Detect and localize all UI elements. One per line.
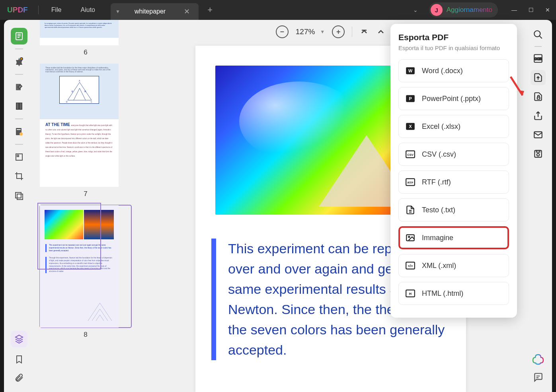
layers-button[interactable] <box>11 331 27 347</box>
protect-icon[interactable] <box>531 89 546 104</box>
text-icon <box>405 205 416 215</box>
svg-text:A: A <box>79 80 80 82</box>
svg-text:C: C <box>91 101 92 103</box>
maximize-icon[interactable]: ☐ <box>523 2 539 18</box>
export-csv[interactable]: CSV CSV (.csv) <box>398 143 509 166</box>
svg-rect-6 <box>17 129 21 130</box>
svg-rect-40 <box>536 150 540 152</box>
svg-rect-11 <box>17 194 23 200</box>
excel-icon: X <box>405 121 416 132</box>
divider <box>38 6 39 14</box>
svg-text:W: W <box>408 68 413 73</box>
menu-help[interactable]: Aiuto <box>71 6 105 14</box>
comment-panel-icon[interactable] <box>533 372 543 384</box>
minimize-icon[interactable]: — <box>506 2 523 18</box>
svg-text:</>: </> <box>408 264 413 268</box>
thumbnail-page-6[interactable]: la campagna per evitare la peste. Durant… <box>40 20 131 45</box>
svg-text:P: P <box>409 96 412 101</box>
save-icon[interactable] <box>531 146 546 161</box>
export-rtf[interactable]: RTF RTF (.rtf) <box>398 171 509 194</box>
user-update-button[interactable]: J Aggiornamento <box>429 2 498 17</box>
svg-point-33 <box>534 31 540 37</box>
thumb-num-6: 6 <box>40 49 131 56</box>
thumbnail-page-8[interactable]: This experiment can be repeated over and… <box>40 205 131 328</box>
right-toolbar: OCR <box>524 20 552 392</box>
svg-rect-3 <box>16 103 19 109</box>
export-text[interactable]: Testo (.txt) <box>398 198 509 221</box>
word-icon: W <box>405 66 416 76</box>
search-icon[interactable] <box>531 27 546 42</box>
svg-text:D: D <box>66 101 68 103</box>
chevron-down-icon[interactable]: ⌄ <box>413 7 418 13</box>
export-pdf-panel: Esporta PDF Esporta il tuo PDF in qualsi… <box>390 24 517 318</box>
svg-text:X: X <box>409 124 412 129</box>
svg-rect-10 <box>16 192 21 198</box>
svg-text:RTF: RTF <box>408 181 414 184</box>
email-icon[interactable] <box>531 127 546 142</box>
page-tool[interactable] <box>11 98 27 114</box>
export-html[interactable]: H HTML (.html) <box>398 282 509 305</box>
svg-point-1 <box>20 58 23 60</box>
export-word[interactable]: W Word (.docx) <box>398 59 509 82</box>
svg-rect-4 <box>20 103 22 109</box>
svg-text:M: M <box>84 90 86 93</box>
thumb-num-8: 8 <box>40 331 131 339</box>
menu-file[interactable]: File <box>42 6 71 14</box>
export-powerpoint[interactable]: P PowerPoint (.pptx) <box>398 87 509 110</box>
update-label: Aggiornamento <box>447 6 492 14</box>
comment-tool[interactable] <box>11 53 27 70</box>
left-toolbar <box>4 20 34 392</box>
fill-sign-tool[interactable] <box>11 123 27 140</box>
edit-tool[interactable] <box>11 79 27 95</box>
document-tab[interactable]: ▼ whitepaper ✕ <box>111 3 199 20</box>
svg-point-7 <box>20 132 23 136</box>
export-excel[interactable]: X Excel (.xlsx) <box>398 115 509 138</box>
zoom-out-button[interactable]: − <box>276 25 289 38</box>
powerpoint-icon: P <box>405 93 416 104</box>
zoom-value[interactable]: 127% <box>296 27 315 36</box>
app-logo: UPDF <box>7 6 28 14</box>
html-icon: H <box>405 288 416 299</box>
tab-title: whitepaper <box>127 8 180 15</box>
prev-page-icon[interactable] <box>376 27 386 37</box>
svg-point-39 <box>537 153 540 156</box>
ocr-icon[interactable]: OCR <box>531 51 546 66</box>
export-title: Esporta PDF <box>398 33 509 42</box>
reader-tool[interactable] <box>11 28 27 45</box>
svg-rect-9 <box>17 155 19 157</box>
share-icon[interactable] <box>531 108 546 123</box>
tab-close-icon[interactable]: ✕ <box>180 7 194 16</box>
form-tool[interactable] <box>11 149 27 165</box>
first-page-icon[interactable] <box>359 27 369 37</box>
zoom-dropdown-icon[interactable]: ▼ <box>320 29 325 35</box>
close-icon[interactable]: ✕ <box>539 2 556 18</box>
image-icon <box>405 233 416 243</box>
export-subtitle: Esporta il tuo PDF in qualsiasi formato <box>398 45 509 51</box>
attachment-button[interactable] <box>14 373 24 384</box>
svg-text:H: H <box>409 292 412 296</box>
svg-point-28 <box>408 236 410 237</box>
export-icon[interactable] <box>531 70 546 85</box>
user-avatar: J <box>431 4 443 16</box>
add-tab-icon[interactable]: + <box>207 5 213 15</box>
svg-text:CSV: CSV <box>407 153 414 157</box>
thumbnail-page-7[interactable]: These studies laid the foundation for th… <box>40 64 131 187</box>
tab-dropdown-icon[interactable]: ▼ <box>115 9 120 14</box>
csv-icon: CSV <box>405 149 416 159</box>
redact-tool[interactable] <box>11 187 27 204</box>
ai-icon[interactable] <box>532 353 544 365</box>
export-xml[interactable]: </> XML (.xml) <box>398 254 509 277</box>
export-image[interactable]: Immagine <box>398 226 509 249</box>
xml-icon: </> <box>405 260 416 271</box>
thumb-num-7: 7 <box>40 190 131 198</box>
titlebar: UPDF File Aiuto ▼ whitepaper ✕ + ⌄ J Agg… <box>0 0 556 20</box>
zoom-in-button[interactable]: + <box>332 25 345 38</box>
bookmark-button[interactable] <box>14 355 24 366</box>
rtf-icon: RTF <box>405 177 416 187</box>
svg-rect-36 <box>537 97 540 99</box>
svg-text:OCR: OCR <box>534 57 542 61</box>
thumbnails-panel: la campagna per evitare la peste. Durant… <box>34 20 137 392</box>
crop-tool[interactable] <box>11 168 27 184</box>
